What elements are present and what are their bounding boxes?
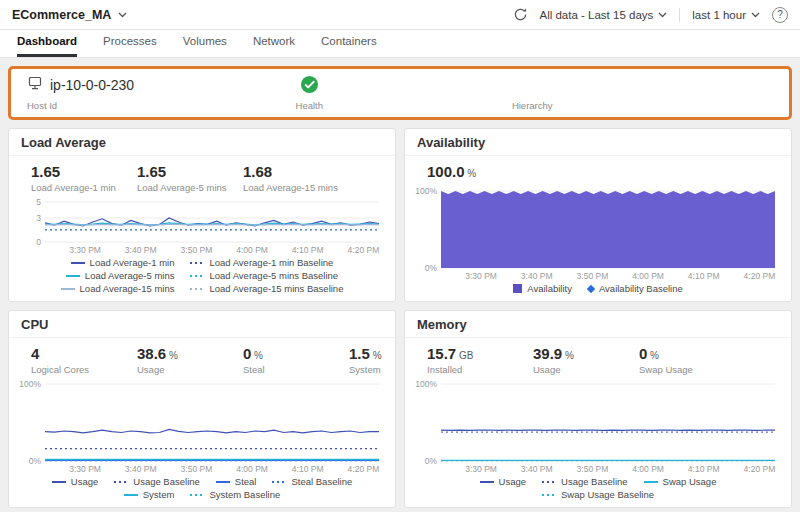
- stat-logical-cores: 4Logical Cores: [31, 345, 137, 375]
- hierarchy-label: Hierarchy: [512, 100, 773, 111]
- health-label: Health: [296, 100, 323, 111]
- panel-load-average: Load Average 1.65Load Average-1 min1.65L…: [8, 128, 396, 302]
- host-summary-card[interactable]: ip-10-0-0-230 Host Id Health Hierarchy: [8, 66, 792, 120]
- tab-processes[interactable]: Processes: [103, 29, 157, 57]
- legend-usage[interactable]: Usage: [52, 476, 98, 487]
- chart-legend: UsageUsage BaselineStealSteal BaselineSy…: [9, 474, 395, 507]
- panel-title: Memory: [405, 311, 791, 338]
- legend-load-average-5-mins-baseline[interactable]: Load Average-5 mins Baseline: [190, 270, 338, 281]
- legend-swatch-dash: [272, 481, 286, 483]
- legend-load-average-15-mins[interactable]: Load Average-15 mins: [61, 283, 175, 294]
- legend-load-average-5-mins[interactable]: Load Average-5 mins: [66, 270, 175, 281]
- stat-usage: 38.6 %Usage: [137, 345, 243, 375]
- app-title[interactable]: ECommerce_MA: [12, 8, 111, 22]
- legend-swatch-line: [644, 481, 658, 483]
- stats-row: 100.0 %: [405, 156, 791, 185]
- stat-load-average-15-mins: 1.68Load Average-15 mins: [243, 163, 349, 193]
- stat-load-average-1-min: 1.65Load Average-1 min: [31, 163, 137, 193]
- data-range-select[interactable]: All data - Last 15 days: [540, 9, 668, 21]
- page-content: ip-10-0-0-230 Host Id Health Hierarchy L…: [0, 58, 800, 512]
- legend-swatch-line: [66, 275, 80, 277]
- legend-swatch-dash: [190, 494, 204, 496]
- legend-usage-baseline[interactable]: Usage Baseline: [114, 476, 200, 487]
- legend-load-average-1-min-baseline[interactable]: Load Average-1 min Baseline: [190, 257, 333, 268]
- stat-steal: 0 %Steal: [243, 345, 349, 375]
- svg-text:4:00 PM: 4:00 PM: [632, 271, 664, 281]
- legend-swatch-line: [480, 481, 494, 483]
- svg-text:4:20 PM: 4:20 PM: [744, 271, 776, 281]
- app-root: ECommerce_MA All data - Last 15 days las…: [0, 0, 800, 512]
- legend-swatch-diamond: [587, 284, 595, 292]
- svg-text:4:00 PM: 4:00 PM: [236, 245, 268, 255]
- chevron-down-icon[interactable]: [118, 12, 127, 18]
- time-window-label: last 1 hour: [692, 9, 746, 21]
- stat-installed: 15.7 GBInstalled: [427, 345, 533, 375]
- svg-text:0%: 0%: [425, 456, 438, 466]
- panel-cpu: CPU 4Logical Cores38.6 %Usage0 %Steal1.5…: [8, 310, 396, 508]
- legend-load-average-15-mins-baseline[interactable]: Load Average-15 mins Baseline: [190, 283, 343, 294]
- legend-swatch-line: [71, 262, 85, 264]
- legend-usage-baseline[interactable]: Usage Baseline: [542, 476, 628, 487]
- legend-swatch-dash: [542, 481, 556, 483]
- chart-legend: AvailabilityAvailability Baseline: [405, 281, 791, 301]
- stat-load-average-5-mins: 1.65Load Average-5 mins: [137, 163, 243, 193]
- svg-text:3:50 PM: 3:50 PM: [181, 245, 213, 255]
- legend-swatch-line: [124, 494, 138, 496]
- tab-dashboard[interactable]: Dashboard: [17, 29, 77, 57]
- load-average-chart[interactable]: 5303:30 PM3:40 PM3:50 PM4:00 PM4:10 PM4:…: [15, 196, 389, 255]
- tab-volumes[interactable]: Volumes: [183, 29, 227, 57]
- svg-text:4:00 PM: 4:00 PM: [632, 464, 664, 474]
- chart-legend: UsageUsage BaselineSwap UsageSwap Usage …: [405, 474, 791, 507]
- cpu-chart[interactable]: 100%0%3:30 PM3:40 PM3:50 PM4:00 PM4:10 P…: [15, 378, 389, 474]
- svg-text:4:10 PM: 4:10 PM: [688, 464, 720, 474]
- time-window-select[interactable]: last 1 hour: [692, 9, 760, 21]
- data-range-label: All data - Last 15 days: [540, 9, 654, 21]
- svg-text:3:40 PM: 3:40 PM: [125, 245, 157, 255]
- svg-text:4:20 PM: 4:20 PM: [348, 464, 380, 474]
- svg-text:3:40 PM: 3:40 PM: [521, 464, 553, 474]
- health-check-icon: [300, 75, 319, 98]
- legend-steal-baseline[interactable]: Steal Baseline: [272, 476, 352, 487]
- stat-system: 1.5 %System: [349, 345, 396, 375]
- legend-swatch-dash: [542, 494, 556, 496]
- svg-text:4:00 PM: 4:00 PM: [236, 464, 268, 474]
- legend-system-baseline[interactable]: System Baseline: [190, 489, 280, 500]
- legend-usage[interactable]: Usage: [480, 476, 526, 487]
- svg-text:3:50 PM: 3:50 PM: [577, 271, 609, 281]
- legend-system[interactable]: System: [124, 489, 175, 500]
- stats-row: 4Logical Cores38.6 %Usage0 %Steal1.5 %Sy…: [9, 338, 395, 378]
- svg-text:5: 5: [36, 197, 41, 207]
- help-icon[interactable]: ?: [772, 7, 788, 23]
- svg-text:4:10 PM: 4:10 PM: [688, 271, 720, 281]
- svg-text:100%: 100%: [415, 379, 437, 389]
- tab-bar: DashboardProcessesVolumesNetworkContaine…: [0, 30, 800, 58]
- tab-containers[interactable]: Containers: [321, 29, 377, 57]
- panel-title: Availability: [405, 129, 791, 156]
- panels-grid: Load Average 1.65Load Average-1 min1.65L…: [8, 128, 792, 508]
- svg-text:3:50 PM: 3:50 PM: [577, 464, 609, 474]
- panel-memory: Memory 15.7 GBInstalled39.9 %Usage0 %Swa…: [404, 310, 792, 508]
- legend-swatch-dash: [114, 481, 128, 483]
- legend-swatch-line: [61, 288, 75, 290]
- divider: [679, 8, 680, 22]
- host-id-cell: ip-10-0-0-230 Host Id: [27, 75, 296, 111]
- refresh-icon[interactable]: [513, 7, 528, 22]
- memory-chart[interactable]: 100%0%3:30 PM3:40 PM3:50 PM4:00 PM4:10 P…: [411, 378, 785, 474]
- legend-swap-usage-baseline[interactable]: Swap Usage Baseline: [542, 489, 654, 500]
- tab-network[interactable]: Network: [253, 29, 295, 57]
- legend-swatch-line: [52, 481, 66, 483]
- svg-text:0: 0: [36, 237, 41, 247]
- legend-availability[interactable]: Availability: [513, 283, 572, 294]
- availability-chart[interactable]: 100%0%3:30 PM3:40 PM3:50 PM4:00 PM4:10 P…: [411, 185, 785, 281]
- host-id-value: ip-10-0-0-230: [50, 77, 134, 93]
- legend-steal[interactable]: Steal: [216, 476, 257, 487]
- svg-text:3:40 PM: 3:40 PM: [521, 271, 553, 281]
- legend-swap-usage[interactable]: Swap Usage: [644, 476, 717, 487]
- host-icon: [27, 75, 43, 95]
- legend-availability-baseline[interactable]: Availability Baseline: [588, 283, 683, 294]
- topbar: ECommerce_MA All data - Last 15 days las…: [0, 0, 800, 30]
- svg-text:4:10 PM: 4:10 PM: [292, 464, 324, 474]
- svg-text:4:20 PM: 4:20 PM: [348, 245, 380, 255]
- legend-load-average-1-min[interactable]: Load Average-1 min: [71, 257, 175, 268]
- svg-text:3:30 PM: 3:30 PM: [69, 464, 101, 474]
